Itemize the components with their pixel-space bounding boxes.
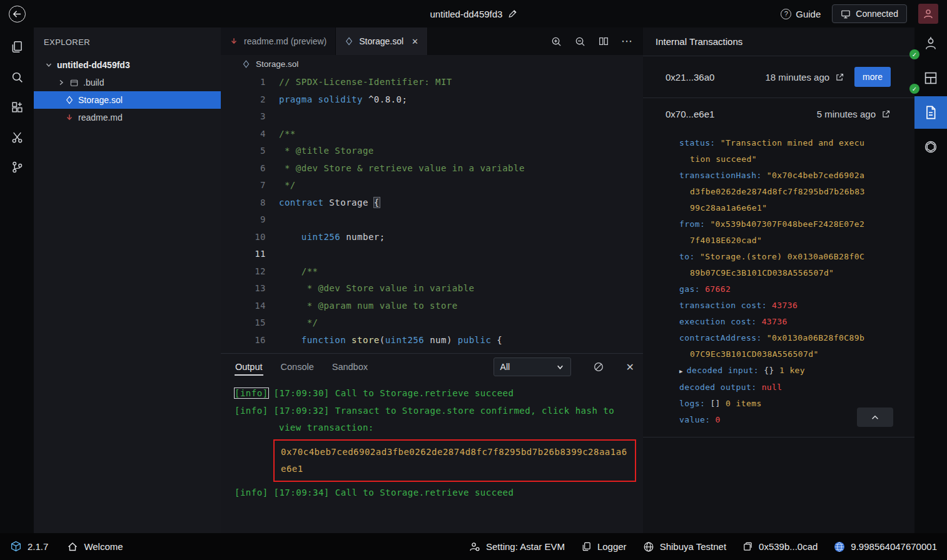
tree-item-readme[interactable]: readme.md: [34, 109, 221, 126]
detail-value: 67662: [705, 284, 731, 294]
panel-title: Internal Transactions: [643, 28, 914, 56]
more-actions-icon[interactable]: ⋯: [621, 34, 633, 48]
document-icon[interactable]: [914, 96, 947, 129]
plugins-icon[interactable]: [3, 95, 31, 119]
search-icon[interactable]: [3, 65, 31, 89]
tree-item-build[interactable]: .build: [34, 74, 221, 91]
detail-label: logs:: [679, 399, 710, 408]
code-line[interactable]: 11: [221, 246, 643, 263]
log-line: [info] [17:09:34] Call to Storage.retrie…: [235, 484, 633, 502]
code-line[interactable]: 6 * @dev Store & retrieve value in a var…: [221, 160, 643, 178]
code-line[interactable]: 4/**: [221, 126, 643, 143]
tx-detail-row: to: "Storage.(store) 0x0130a06B28f0C89b0…: [679, 249, 869, 281]
code-line[interactable]: 8contract Storage {: [221, 194, 643, 212]
code-line[interactable]: 15 */: [221, 314, 643, 332]
solidity-file-icon: [345, 37, 353, 46]
line-number: 12: [221, 263, 266, 281]
zoom-out-icon[interactable]: [574, 36, 586, 48]
copy-icon: [581, 541, 592, 552]
tools-icon[interactable]: [3, 125, 31, 149]
transaction-time: 18 minutes ago: [766, 72, 845, 82]
zoom-in-icon[interactable]: [550, 36, 562, 48]
detail-label: decoded output:: [679, 382, 762, 392]
tx-detail-row: execution cost: 43736: [679, 314, 869, 330]
edit-title-icon[interactable]: [508, 9, 517, 18]
detail-label: decoded input:: [687, 366, 764, 375]
tx-detail-row: transaction cost: 43736: [679, 298, 869, 314]
user-icon: [923, 8, 934, 19]
clear-output-icon[interactable]: [593, 361, 604, 372]
detail-label: execution cost:: [679, 317, 762, 326]
scroll-to-top-button[interactable]: [857, 408, 893, 427]
chevron-right-icon: [58, 79, 65, 86]
chevron-down-icon: [45, 61, 53, 69]
close-panel-icon[interactable]: ✕: [626, 361, 634, 373]
balance-indicator[interactable]: 9.998564047670001: [834, 541, 937, 552]
log-filter-select[interactable]: All: [494, 358, 571, 376]
panel-grid-icon[interactable]: ✓: [914, 62, 947, 94]
code-line[interactable]: 7 */: [221, 177, 643, 194]
code-line[interactable]: 16 function store(uint256 num) public {: [221, 332, 643, 349]
transaction-hash-link[interactable]: 0x70c4beb7ced6902ad3fbe0262de2874d8fc7f8…: [273, 439, 636, 482]
code-line[interactable]: 5 * @title Storage: [221, 142, 643, 160]
external-link-icon[interactable]: [835, 72, 844, 82]
detail-value: null: [762, 382, 782, 392]
welcome-button[interactable]: Welcome: [67, 541, 123, 552]
account-indicator[interactable]: 0x539b...0cad: [742, 541, 818, 552]
code-line[interactable]: 10 uint256 number;: [221, 229, 643, 246]
line-number: 8: [221, 194, 266, 212]
statusbar: 2.1.7 Welcome Setting: Astar EVM Logger: [0, 533, 947, 560]
tab-console[interactable]: Console: [280, 356, 315, 378]
tree-item-storage[interactable]: Storage.sol: [34, 91, 221, 109]
git-branch-icon[interactable]: [3, 155, 31, 179]
tx-detail-row: transactionHash: "0x70c4beb7ced6902ad3fb…: [679, 168, 869, 216]
detail-label: gas:: [679, 284, 705, 294]
tab-sandbox[interactable]: Sandbox: [332, 356, 368, 378]
logger-button[interactable]: Logger: [581, 541, 627, 552]
code-line[interactable]: 14 * @param num value to store: [221, 298, 643, 315]
tx-details: status: "Transaction mined and execution…: [643, 130, 914, 437]
more-button[interactable]: more: [854, 67, 891, 87]
tab-output[interactable]: Output: [235, 356, 263, 378]
back-button[interactable]: [9, 6, 26, 22]
code-line[interactable]: 13 * @dev Store value in variable: [221, 280, 643, 298]
transaction-item[interactable]: 0x21...36a0 18 minutes ago more: [643, 56, 914, 98]
transaction-item[interactable]: 0x70...e6e1 5 minutes ago: [643, 98, 914, 130]
guide-button[interactable]: ? Guide: [781, 9, 821, 19]
code-line[interactable]: 3: [221, 108, 643, 126]
close-tab-icon[interactable]: ✕: [412, 37, 418, 46]
split-editor-icon[interactable]: [598, 36, 609, 47]
code-line[interactable]: 9: [221, 211, 643, 229]
line-number: 15: [221, 314, 266, 332]
files-icon[interactable]: [3, 35, 31, 59]
external-link-icon[interactable]: [881, 109, 891, 119]
code-line[interactable]: 2pragma solidity ^0.8.0;: [221, 91, 643, 109]
tx-detail-row: value: 0: [679, 412, 869, 428]
transaction-hash[interactable]: 0x21...36a0: [666, 72, 714, 82]
line-number: 2: [221, 91, 266, 109]
detail-value: {}: [764, 366, 779, 375]
avatar[interactable]: [918, 4, 938, 24]
expand-arrow-icon[interactable]: ▶: [679, 368, 683, 374]
code-line[interactable]: 1// SPDX-License-Identifier: MIT: [221, 74, 643, 91]
ai-icon[interactable]: [914, 131, 947, 163]
tx-detail-row: gas: 67662: [679, 281, 869, 298]
code-editor[interactable]: 1// SPDX-License-Identifier: MIT2pragma …: [221, 72, 643, 353]
tab-storage[interactable]: Storage.sol ✕: [336, 28, 428, 55]
tx-detail-row[interactable]: ▶decoded input: {} 1 key: [679, 362, 869, 379]
breadcrumb[interactable]: Storage.sol: [221, 55, 643, 72]
solidity-file-icon: [242, 60, 250, 68]
setting-indicator[interactable]: Setting: Astar EVM: [469, 541, 565, 552]
right-toolbar: ✓ ✓: [914, 28, 947, 533]
network-indicator[interactable]: Shibuya Testnet: [643, 541, 726, 552]
line-number: 14: [221, 298, 266, 315]
transaction-hash[interactable]: 0x70...e6e1: [666, 109, 714, 119]
compiler-icon[interactable]: ✓: [914, 28, 947, 60]
monitor-icon: [841, 9, 851, 19]
tree-item-root[interactable]: untitled-dd459fd3: [34, 56, 221, 74]
detail-label: value:: [679, 415, 716, 424]
detail-label: transactionHash:: [679, 171, 767, 180]
code-line[interactable]: 12 /**: [221, 263, 643, 281]
connected-button[interactable]: Connected: [832, 4, 907, 23]
tab-readme[interactable]: readme.md (preview): [221, 28, 336, 55]
